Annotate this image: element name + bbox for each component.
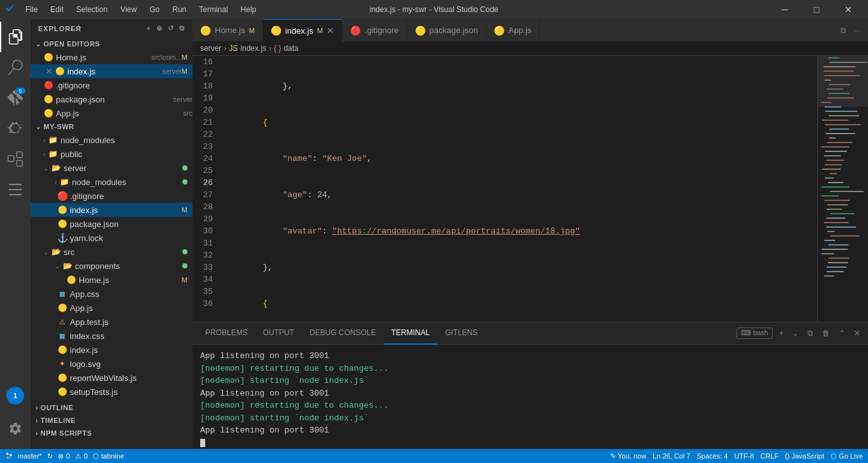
src-app-css[interactable]: ◼ App.css	[31, 287, 193, 301]
refresh-icon[interactable]: ↺	[168, 24, 174, 32]
panel-tab-output[interactable]: OUTPUT	[255, 322, 302, 345]
server-gitignore[interactable]: 🔴 .gitignore	[31, 189, 193, 203]
menu-run[interactable]: Run	[167, 3, 191, 17]
tabnine-badge[interactable]: ⬡ tabnine	[93, 452, 124, 460]
open-editor-gitignore[interactable]: 🔴 .gitignore	[31, 78, 193, 92]
open-editor-index[interactable]: ✕ 🟡 index.js server M	[31, 64, 193, 78]
panel-tab-gitlens[interactable]: GITLENS	[437, 322, 485, 345]
maximize-button[interactable]: □	[802, 0, 831, 19]
src-app-test[interactable]: ⚠ App.test.js	[31, 315, 193, 329]
menu-edit[interactable]: Edit	[45, 3, 69, 17]
activity-debug[interactable]	[0, 113, 31, 144]
split-editor-icon[interactable]: ⧉	[838, 25, 849, 36]
comp-home-modified: M	[182, 276, 187, 284]
server-folder[interactable]: ⌄ 📂 server	[31, 161, 193, 175]
public-folder[interactable]: › 📁 public	[31, 147, 193, 161]
tab-package-json[interactable]: 🟡 package.json	[407, 19, 487, 41]
git-annotation-status[interactable]: ✎ You, now	[610, 452, 646, 460]
server-package-json[interactable]: 🟡 package.json	[31, 217, 193, 231]
breadcrumb-server[interactable]: server	[200, 44, 221, 53]
panel-tab-problems[interactable]: PROBLEMS	[198, 322, 255, 345]
terminal-content[interactable]: App listening on port 3001 [nodemon] res…	[193, 345, 868, 449]
activity-account[interactable]: 1	[0, 380, 31, 411]
timeline-chevron: ›	[36, 417, 38, 424]
menu-help[interactable]: Help	[236, 3, 262, 17]
statusbar-left: master* ↻ ⊗ 0 ⚠ 0 ⬡ tabnine	[5, 452, 124, 460]
line-ending[interactable]: CRLF	[761, 452, 779, 460]
timeline-header[interactable]: › TIMELINE	[31, 414, 193, 427]
menu-terminal[interactable]: Terminal	[194, 3, 233, 17]
terminal-shell-icon[interactable]: ⌨ bash	[736, 328, 773, 339]
menu-selection[interactable]: Selection	[71, 3, 112, 17]
new-folder-icon[interactable]: ⊕	[156, 24, 163, 32]
terminal-trash-icon[interactable]: 🗑	[820, 328, 832, 339]
code-view[interactable]: 16 17 18 19 20 21 22 23 24 25 26 27 28 2…	[193, 56, 868, 322]
open-editors-header[interactable]: ⌄ OPEN EDITORS	[31, 38, 193, 50]
terminal-max-icon[interactable]: ⌃	[836, 328, 848, 339]
tab-gitignore[interactable]: 🔴 .gitignore	[342, 19, 407, 41]
src-logo-svg[interactable]: ✦ logo.svg	[31, 357, 193, 371]
breadcrumb-data[interactable]: { } data	[274, 44, 299, 53]
src-setup[interactable]: 🟡 setupTests.js	[31, 385, 193, 399]
open-editor-app[interactable]: 🟡 App.js src	[31, 106, 193, 120]
statusbar-errors[interactable]: ⊗ 0 ⚠ 0	[58, 452, 88, 460]
menu-view[interactable]: View	[115, 3, 142, 17]
close-button[interactable]: ✕	[834, 0, 863, 19]
cursor-position[interactable]: Ln 26, Col 7	[653, 452, 690, 460]
code-content[interactable]: }, { "name": "Ken Joe", "age": 24, "avat…	[218, 56, 817, 322]
src-index-css[interactable]: ◼ index.css	[31, 329, 193, 343]
statusbar-branch[interactable]: master*	[5, 452, 42, 460]
menu-file[interactable]: File	[20, 3, 43, 17]
activity-remote[interactable]	[0, 174, 31, 205]
project-header[interactable]: ⌄ MY-SWR	[31, 120, 193, 133]
src-app-js[interactable]: 🟡 App.js	[31, 301, 193, 315]
open-editor-home[interactable]: 🟡 Home.js src\com... M	[31, 50, 193, 64]
terminal-split-view-icon[interactable]: ⧉	[805, 328, 816, 339]
more-actions-icon[interactable]: ···	[851, 25, 863, 36]
server-node-modules[interactable]: › 📁 node_modules	[31, 175, 193, 189]
minimize-button[interactable]: ─	[770, 0, 799, 19]
new-file-icon[interactable]: +	[147, 24, 151, 32]
src-folder[interactable]: ⌄ 📂 src	[31, 245, 193, 259]
tab-index-js[interactable]: 🟡 index.js M ✕	[263, 19, 342, 41]
server-index-modified: M	[182, 206, 187, 214]
code-line-19: "age": 24,	[223, 189, 812, 201]
tab-home-js[interactable]: 🟡 Home.js M	[193, 19, 263, 41]
activity-settings[interactable]	[0, 413, 31, 444]
close-index-icon[interactable]: ✕	[46, 67, 52, 76]
outline-header[interactable]: › OUTLINE	[31, 401, 193, 414]
src-index-js[interactable]: 🟡 index.js	[31, 343, 193, 357]
node-modules-root[interactable]: › 📁 node_modules	[31, 133, 193, 147]
panel-tab-debug[interactable]: DEBUG CONSOLE	[302, 322, 384, 345]
encoding[interactable]: UTF-8	[734, 452, 754, 460]
npm-scripts-header[interactable]: › NPM SCRIPTS	[31, 427, 193, 439]
tab-app-js[interactable]: 🟡 App.js	[486, 19, 539, 41]
collapse-icon[interactable]: ⧉	[179, 24, 185, 32]
spaces[interactable]: Spaces: 4	[696, 452, 728, 460]
activity-search[interactable]	[0, 52, 31, 83]
terminal-split-icon[interactable]: +	[776, 328, 786, 339]
server-index-js[interactable]: 🟡 index.js M	[31, 203, 193, 217]
user-avatar[interactable]: 1	[6, 387, 24, 404]
server-yarn-lock[interactable]: ⚓ yarn.lock	[31, 231, 193, 245]
activity-extensions[interactable]	[0, 144, 31, 174]
panel-tab-terminal[interactable]: TERMINAL	[384, 322, 438, 345]
logo-svg-name: logo.svg	[70, 359, 193, 369]
go-live[interactable]: ⬡ Go Live	[831, 452, 863, 460]
sync-icon[interactable]: ↻	[47, 452, 53, 460]
tab-index-close[interactable]: ✕	[327, 25, 334, 36]
breadcrumb-index[interactable]: JS index.js	[229, 44, 266, 53]
activity-git[interactable]: 5	[0, 83, 31, 113]
components-folder[interactable]: ⌄ 📂 components	[31, 259, 193, 273]
terminal-close-icon[interactable]: ✕	[851, 328, 863, 339]
open-editor-package[interactable]: 🟡 package.json server	[31, 92, 193, 106]
activity-explorer[interactable]	[0, 22, 31, 52]
components-home-js[interactable]: 🟡 Home.js M	[31, 273, 193, 287]
menu-go[interactable]: Go	[144, 3, 165, 17]
terminal-line-7: App listening on port 3001	[200, 424, 860, 437]
public-folder-icon: 📁	[48, 149, 58, 159]
src-report[interactable]: 🟡 reportWebVitals.js	[31, 371, 193, 385]
language[interactable]: () JavaScript	[785, 452, 824, 460]
terminal-more-icon[interactable]: ⌄	[790, 328, 801, 339]
line-num-32: 32	[198, 249, 213, 261]
